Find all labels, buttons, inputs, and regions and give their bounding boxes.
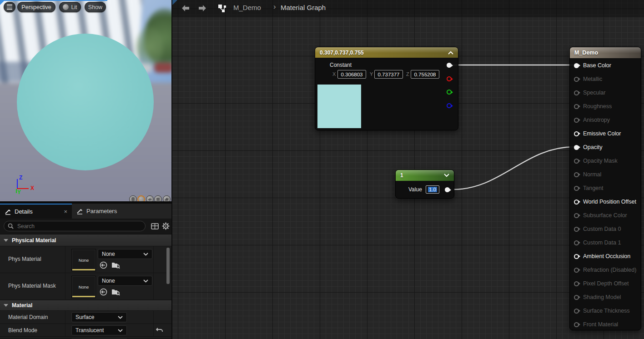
section-material[interactable]: Material: [0, 300, 171, 311]
output-pin-rgb[interactable]: [447, 63, 452, 68]
use-selected-asset-icon[interactable]: [100, 288, 107, 296]
browse-to-asset-icon[interactable]: [111, 261, 120, 269]
constant-node-header[interactable]: 1: [396, 170, 454, 181]
material-editor-window: Perspective Lit Show Z X Y: [0, 0, 644, 339]
back-arrow-icon[interactable]: [181, 4, 191, 12]
input-pin-icon[interactable]: [574, 213, 579, 218]
pin-tangent[interactable]: Tangent: [570, 181, 641, 195]
pin-custom-data-0[interactable]: Custom Data 0: [570, 222, 641, 236]
perspective-button[interactable]: Perspective: [17, 2, 55, 12]
thumbnail-none-label: None: [79, 258, 89, 263]
input-pin-icon[interactable]: [574, 322, 579, 327]
forward-arrow-icon[interactable]: [197, 4, 207, 12]
hamburger-icon: [7, 5, 12, 10]
z-value-input[interactable]: [411, 70, 439, 79]
output-pin-r[interactable]: [447, 76, 452, 81]
chevron-up-icon[interactable]: [448, 51, 453, 55]
input-pin-icon[interactable]: [574, 131, 579, 136]
search-box[interactable]: [4, 221, 146, 231]
phys-material-mask-dropdown[interactable]: None: [98, 276, 152, 286]
collapse-arrow-icon: [4, 239, 8, 242]
browse-to-asset-icon[interactable]: [111, 288, 120, 296]
pin-opacity-mask[interactable]: Opacity Mask: [570, 154, 641, 168]
pin-opacity[interactable]: Opacity: [570, 140, 641, 154]
pin-anisotropy[interactable]: Anisotropy: [570, 113, 641, 127]
result-node[interactable]: M_Demo Base Color Metallic Specular Roug…: [569, 47, 641, 330]
material-domain-dropdown[interactable]: Surface: [71, 312, 127, 322]
input-pin-icon[interactable]: [574, 63, 579, 68]
pin-emissive-color[interactable]: Emissive Color: [570, 127, 641, 140]
input-pin-icon[interactable]: [574, 118, 579, 123]
search-input[interactable]: [16, 223, 141, 230]
details-scrollbar[interactable]: [166, 248, 170, 284]
output-pin-b[interactable]: [447, 103, 452, 108]
pin-ambient-occlusion[interactable]: Ambient Occlusion: [570, 249, 641, 263]
constant3-node-header[interactable]: 0.307,0.737,0.755: [315, 47, 458, 58]
input-pin-icon[interactable]: [574, 227, 579, 232]
lit-sphere-icon: [63, 4, 69, 10]
constant-node[interactable]: 1 Value 1.0: [395, 170, 454, 199]
tab-details[interactable]: Details ×: [0, 204, 72, 219]
y-value-input[interactable]: [374, 70, 403, 79]
dropdown-value: None: [102, 251, 115, 257]
pin-normal[interactable]: Normal: [570, 168, 641, 181]
gear-icon[interactable]: [162, 222, 170, 230]
input-pin-icon[interactable]: [574, 145, 579, 150]
pin-surface-thickness[interactable]: Surface Thickness: [570, 304, 641, 318]
value-input[interactable]: 1.0: [426, 185, 439, 194]
pin-base-color[interactable]: Base Color: [570, 59, 641, 72]
input-pin-icon[interactable]: [574, 240, 579, 245]
display-filter-icon[interactable]: [151, 223, 159, 230]
input-pin-icon[interactable]: [574, 268, 579, 273]
preview-viewport[interactable]: Perspective Lit Show Z X Y: [0, 0, 171, 204]
input-pin-icon[interactable]: [574, 281, 579, 286]
input-pin-icon[interactable]: [574, 295, 579, 300]
pin-pixel-depth-offset[interactable]: Pixel Depth Offset: [570, 277, 641, 290]
input-pin-icon[interactable]: [574, 186, 579, 191]
input-pin-icon[interactable]: [574, 199, 579, 204]
details-tabbar: Details × Parameters: [0, 204, 171, 219]
preview-sphere-mesh[interactable]: [17, 34, 154, 170]
phys-material-mask-label: Phys Material Mask: [8, 283, 56, 289]
output-pin[interactable]: [445, 187, 450, 192]
constant3-node[interactable]: 0.307,0.737,0.755 Constant X Y Z: [315, 47, 458, 130]
use-selected-asset-icon[interactable]: [100, 261, 107, 269]
pin-shading-model[interactable]: Shading Model: [570, 290, 641, 304]
lit-mode-button[interactable]: Lit: [59, 2, 81, 12]
pin-subsurface-color[interactable]: Subsurface Color: [570, 209, 641, 222]
result-node-header[interactable]: M_Demo: [570, 47, 641, 58]
pin-custom-data-1[interactable]: Custom Data 1: [570, 236, 641, 249]
phys-material-mask-thumbnail[interactable]: None: [71, 276, 96, 298]
pin-refraction[interactable]: Refraction (Disabled): [570, 263, 641, 277]
result-node-title: M_Demo: [574, 50, 598, 56]
input-pin-icon[interactable]: [574, 172, 579, 177]
viewport-menu-button[interactable]: [4, 2, 15, 12]
output-pin-g[interactable]: [447, 90, 452, 95]
pin-label: Ambient Occlusion: [583, 253, 630, 259]
pin-specular[interactable]: Specular: [570, 86, 641, 100]
pin-front-material[interactable]: Front Material: [570, 318, 641, 331]
perspective-label: Perspective: [21, 4, 51, 10]
material-graph-canvas[interactable]: M_Demo › Material Graph 0.307,0.737,0.75…: [171, 0, 644, 339]
tab-close-icon[interactable]: ×: [64, 208, 67, 215]
input-pin-icon[interactable]: [574, 159, 579, 164]
show-button[interactable]: Show: [85, 2, 106, 12]
pin-metallic[interactable]: Metallic: [570, 72, 641, 86]
input-pin-icon[interactable]: [574, 254, 579, 259]
lit-label: Lit: [71, 4, 77, 10]
tab-parameters[interactable]: Parameters: [72, 204, 140, 219]
pin-world-position-offset[interactable]: World Position Offset: [570, 195, 641, 209]
breadcrumb-asset[interactable]: M_Demo: [233, 4, 261, 11]
chevron-down-icon[interactable]: [444, 174, 449, 177]
phys-material-thumbnail[interactable]: None: [71, 249, 96, 271]
input-pin-icon[interactable]: [574, 104, 579, 109]
input-pin-icon[interactable]: [574, 309, 579, 314]
reset-to-default-icon[interactable]: [156, 327, 163, 333]
phys-material-dropdown[interactable]: None: [98, 249, 152, 259]
blend-mode-dropdown[interactable]: Translucent: [71, 325, 127, 335]
section-physical-material[interactable]: Physical Material: [0, 234, 171, 246]
x-value-input[interactable]: [337, 70, 366, 79]
pin-roughness[interactable]: Roughness: [570, 100, 641, 113]
input-pin-icon[interactable]: [574, 90, 579, 95]
input-pin-icon[interactable]: [574, 77, 579, 82]
